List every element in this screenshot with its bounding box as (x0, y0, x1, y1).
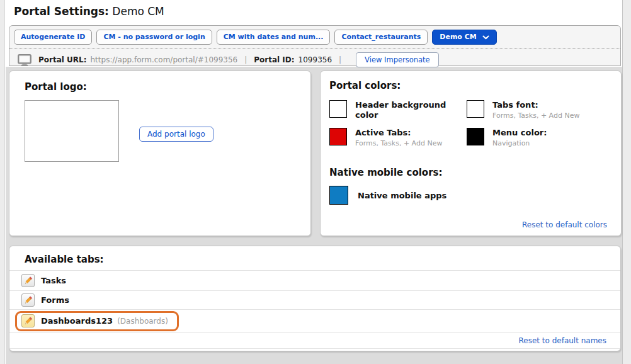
tab-row-tasks: Tasks (9, 270, 620, 290)
color-item-sub: Forms, Tasks, + Add New (355, 139, 442, 147)
logo-placeholder (25, 100, 119, 162)
tab-row-note: (Dashboards) (117, 317, 168, 326)
right-scrollbar-track[interactable] (622, 0, 631, 364)
native-mobile-colors-heading: Native mobile colors: (329, 167, 442, 178)
page-title-label: Portal Settings: (14, 5, 109, 18)
available-tabs-heading: Available tabs: (25, 254, 104, 265)
portal-id-label: Portal ID: (254, 55, 294, 64)
page-title-portal-name: Demo CM (112, 5, 164, 18)
portal-tab-contact-restaurants[interactable]: Contact_restaurants (334, 30, 428, 45)
tab-row-label: Tasks (41, 276, 66, 285)
active-portal-tab-label: Demo CM (440, 33, 476, 41)
menu-color-swatch[interactable] (467, 128, 484, 145)
portal-toolbar: Autogenerate ID CM - no password or logi… (9, 25, 621, 66)
monitor-icon (18, 54, 31, 66)
color-item-label: Active Tabs: (355, 128, 442, 138)
color-item-label: Native mobile apps (358, 191, 446, 200)
active-tabs-color-swatch[interactable] (329, 128, 347, 145)
divider: | (339, 55, 341, 64)
portal-settings-page: Portal Settings: Demo CM Autogenerate ID… (0, 0, 631, 364)
tab-row-label: Dashboards123 (41, 316, 113, 326)
portal-logo-panel: Portal logo: Add portal logo (9, 71, 311, 236)
tab-row-dashboards: Dashboards123 (Dashboards) (9, 309, 620, 332)
add-portal-logo-button[interactable]: Add portal logo (139, 127, 213, 142)
color-item-tabs-font: Tabs font: Forms, Tasks, + Add New (467, 100, 579, 120)
divider: | (244, 55, 247, 64)
tabs-font-color-swatch[interactable] (467, 100, 484, 118)
portal-switcher-row: Autogenerate ID CM - no password or logi… (9, 26, 620, 49)
portal-colors-heading: Portal colors: (329, 80, 401, 91)
tab-row-forms: Forms (9, 290, 620, 309)
chevron-down-icon (482, 35, 489, 40)
color-item-sub: Forms, Tasks, + Add New (492, 111, 579, 120)
portal-tab-cm-no-password[interactable]: CM - no password or login (96, 30, 212, 45)
color-item-native-mobile-apps: Native mobile apps (329, 186, 446, 205)
reset-default-colors-link[interactable]: Reset to default colors (522, 220, 607, 229)
available-tabs-rows: Tasks Forms (9, 270, 620, 349)
portal-logo-heading: Portal logo: (25, 81, 87, 93)
left-edge-strip (0, 0, 5, 364)
native-mobile-apps-color-swatch[interactable] (329, 186, 348, 205)
color-item-label: Tabs font: (492, 100, 579, 110)
view-impersonate-button[interactable]: View Impersonate (356, 52, 439, 67)
portal-url-value: https://app.form.com/portal/#1099356 (91, 55, 238, 64)
reset-default-names-link[interactable]: Reset to default names (518, 336, 606, 345)
portal-tab-demo-cm-active[interactable]: Demo CM (432, 30, 496, 45)
portal-id-value: 1099356 (298, 55, 332, 64)
pencil-icon (23, 295, 33, 305)
color-item-menu-color: Menu color: Navigation (467, 128, 547, 147)
header-background-color-swatch[interactable] (329, 100, 347, 118)
pencil-icon (23, 276, 33, 285)
edit-pencil-button[interactable] (21, 293, 35, 307)
color-item-header-background: Header background color (329, 100, 450, 120)
page-title: Portal Settings: Demo CM (14, 5, 164, 18)
portal-colors-panel: Portal colors: Header background color T… (320, 71, 622, 236)
portal-url-bar: Portal URL: https://app.form.com/portal/… (9, 49, 620, 67)
color-item-label: Header background color (355, 100, 450, 120)
edit-pencil-button[interactable] (21, 274, 35, 287)
pencil-icon (23, 316, 33, 326)
portal-tab-autogenerate-id[interactable]: Autogenerate ID (14, 30, 92, 45)
portal-tab-cm-with-dates[interactable]: CM with dates and num... (217, 30, 331, 45)
edit-pencil-button[interactable] (21, 314, 35, 327)
color-item-active-tabs: Active Tabs: Forms, Tasks, + Add New (329, 128, 442, 147)
color-item-label: Menu color: (492, 128, 547, 138)
reset-names-row: Reset to default names (9, 332, 620, 349)
available-tabs-panel: Available tabs: Tasks (9, 246, 621, 351)
tab-row-label: Forms (41, 295, 69, 305)
portal-url-label: Portal URL: (38, 55, 87, 64)
color-item-sub: Navigation (492, 139, 547, 147)
